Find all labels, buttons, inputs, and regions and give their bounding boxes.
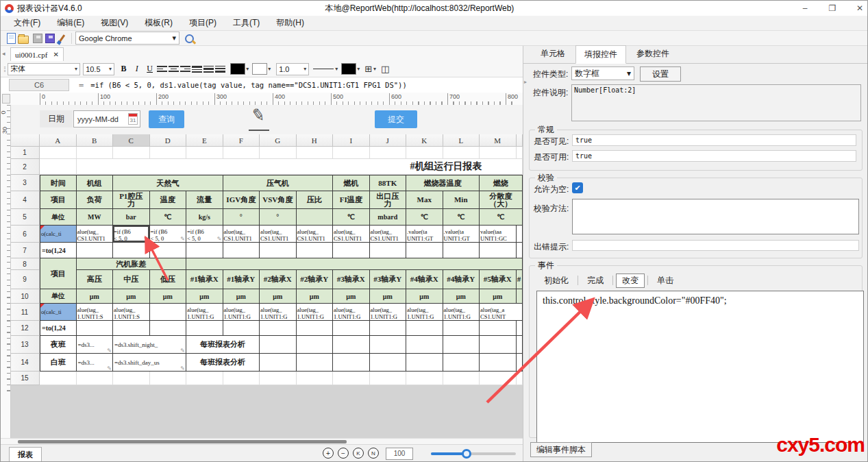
italic-button[interactable]: I <box>131 63 142 75</box>
valign-bottom-icon[interactable] <box>215 64 225 74</box>
signature-pencil-icon[interactable]: ✎ <box>245 108 275 132</box>
cell-C12[interactable] <box>113 321 150 336</box>
cell-H10[interactable]: μm <box>297 289 334 304</box>
menu-item-t[interactable]: 工具(T) <box>225 16 267 30</box>
cell-C10[interactable]: μm <box>113 289 150 304</box>
cell-L11[interactable]: alue(tag_1.UNIT1:G <box>443 304 480 321</box>
cell-B5[interactable]: MW <box>77 209 114 226</box>
row-header-5[interactable]: 5 <box>10 209 40 226</box>
cell-F4[interactable]: IGV角度 <box>223 191 260 209</box>
column-header-H[interactable]: H <box>297 134 334 147</box>
cell-A15[interactable] <box>40 372 77 385</box>
merge-cells-icon[interactable]: ◫ <box>381 64 389 74</box>
cell-K5[interactable]: ℃ <box>406 209 443 226</box>
cell-B3[interactable]: 机组 <box>77 175 114 191</box>
column-header-G[interactable]: G <box>260 134 297 147</box>
panel-tab-2[interactable]: 参数控件 <box>628 45 678 63</box>
cell-G12[interactable] <box>260 321 297 336</box>
cell-G10[interactable]: μm <box>260 289 297 304</box>
browser-select[interactable]: Google Chrome ▾ <box>75 32 179 45</box>
cell-B14[interactable]: =ds3...✎ <box>77 354 114 372</box>
cell-A8[interactable]: 项目 <box>40 258 77 289</box>
cell-E15[interactable] <box>186 372 223 385</box>
cell-C15[interactable] <box>113 372 150 385</box>
chevron-down-icon[interactable]: ▾ <box>335 66 338 72</box>
column-header-E[interactable]: E <box>186 134 223 147</box>
cell-K7[interactable] <box>406 243 443 258</box>
cell-I15[interactable] <box>333 372 370 385</box>
cell-I13[interactable] <box>333 336 370 354</box>
cell-I11[interactable]: alue(tag_1.UNIT1:G <box>333 304 370 321</box>
cell-J11[interactable]: alue(tag_1.UNIT1:G <box>370 304 407 321</box>
cell-J12[interactable] <box>370 321 407 336</box>
cell-I9[interactable]: #3轴承X <box>333 270 370 289</box>
cell-K10[interactable]: μm <box>406 289 443 304</box>
cell-I14[interactable] <box>333 354 370 372</box>
line-style-icon[interactable] <box>313 69 334 69</box>
cell-L7[interactable] <box>443 243 480 258</box>
cell-E10[interactable]: μm <box>186 289 223 304</box>
cell-B7[interactable] <box>77 243 114 258</box>
font-color-swatch[interactable] <box>230 63 245 75</box>
cell-G7[interactable] <box>260 243 297 258</box>
underline-button[interactable]: U <box>144 63 156 75</box>
align-right-icon[interactable] <box>180 64 190 74</box>
event-tab-2[interactable]: 改变 <box>616 273 645 288</box>
cell-D4[interactable]: 温度 <box>150 191 187 209</box>
document-tab[interactable]: ui0001.cpf ✕ <box>10 47 64 61</box>
formula-input[interactable]: =if (B6 < 5, 0, ds1.value(tag_value, tag… <box>90 81 406 89</box>
cell-F12[interactable] <box>223 321 260 336</box>
cell-E4[interactable]: 流量 <box>186 191 223 209</box>
row-header-6[interactable]: 6 <box>10 226 40 243</box>
zoom-in-button[interactable]: + <box>323 448 334 459</box>
zoom-out-button[interactable]: − <box>338 448 349 459</box>
cell-N10[interactable] <box>517 289 523 304</box>
cell-A7[interactable]: =to(1,24 <box>40 243 77 258</box>
cell-M15[interactable] <box>480 372 517 385</box>
calendar-icon[interactable]: 31 <box>128 113 138 125</box>
font-family-select[interactable]: 宋体▾ <box>8 63 80 75</box>
cell-D10[interactable]: μm <box>150 289 187 304</box>
cell-K1[interactable] <box>406 147 443 159</box>
cell-I7[interactable] <box>333 243 370 258</box>
row-header-9[interactable]: 9 <box>10 270 40 289</box>
column-header-F[interactable]: F <box>223 134 260 147</box>
align-left-icon[interactable] <box>157 64 167 74</box>
cell-L10[interactable]: μm <box>443 289 480 304</box>
panel-tab-1[interactable]: 填报控件 <box>575 45 626 64</box>
font-size-select[interactable]: 10.5▾ <box>83 63 114 75</box>
cell-E7[interactable] <box>186 243 223 258</box>
cell-F7[interactable] <box>223 243 260 258</box>
open-file-icon[interactable] <box>18 36 29 44</box>
cell-L1[interactable] <box>443 147 480 159</box>
menu-item-r[interactable]: 模板(R) <box>137 16 180 30</box>
cell-E9[interactable]: #1轴承X <box>186 270 223 289</box>
cell-L6[interactable]: .value(taUNIT1:GT <box>443 226 480 243</box>
cell-G6[interactable]: alue(tag_CS1.UNIT1 <box>260 226 297 243</box>
cell-D9[interactable]: 低压 <box>150 270 187 289</box>
scrollbar-thumb[interactable] <box>18 440 347 443</box>
cell-H12[interactable] <box>297 321 334 336</box>
cell-F15[interactable] <box>223 372 260 385</box>
cell-D1[interactable] <box>150 147 187 159</box>
cell-E14[interactable]: 每班报表分析 <box>186 354 260 372</box>
cell-K12[interactable] <box>406 321 443 336</box>
cell-J15[interactable] <box>370 372 407 385</box>
cell-G5[interactable]: ° <box>260 209 297 226</box>
zoom-value-input[interactable]: 100 <box>386 448 413 460</box>
cell-D12[interactable] <box>150 321 187 336</box>
cell-L9[interactable]: #4轴承Y <box>443 270 480 289</box>
cell-A4[interactable]: 项目 <box>40 191 77 209</box>
cell-M5[interactable]: ℃ <box>480 209 523 226</box>
cell-G9[interactable]: #2轴承X <box>260 270 297 289</box>
row-header-2[interactable]: 2 <box>10 159 40 175</box>
cell-I5[interactable]: ℃ <box>333 209 370 226</box>
query-button[interactable]: 查询 <box>149 110 184 128</box>
cell-H13[interactable] <box>297 336 334 354</box>
cell-I12[interactable] <box>333 321 370 336</box>
cell-B13[interactable]: =ds3...✎ <box>77 336 114 354</box>
border-width-select[interactable]: 1.0▾ <box>276 63 309 75</box>
cell-J10[interactable]: μm <box>370 289 407 304</box>
cell-E1[interactable] <box>186 147 223 159</box>
cell-C9[interactable]: 中压 <box>113 270 150 289</box>
